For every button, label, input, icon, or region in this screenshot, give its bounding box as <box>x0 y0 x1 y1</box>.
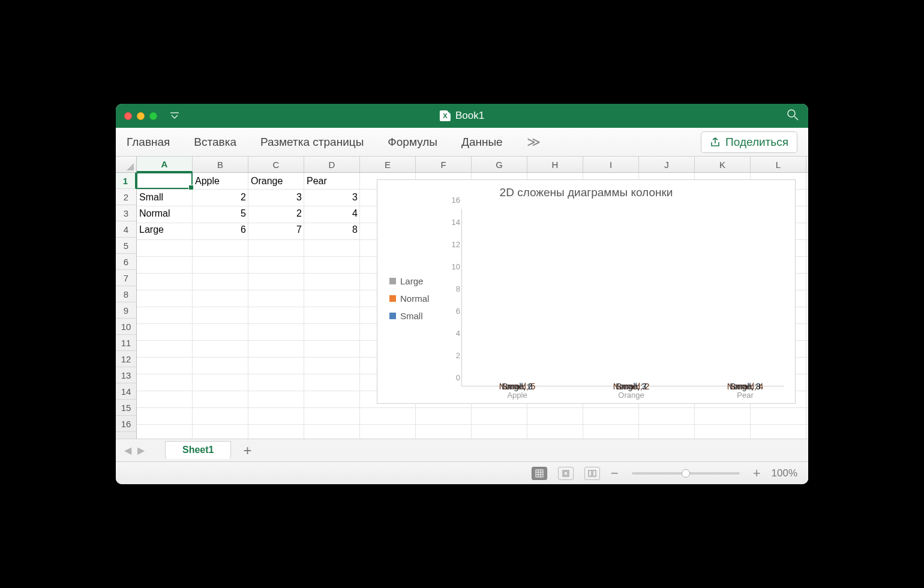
zoom-slider-thumb[interactable] <box>682 469 690 478</box>
document-name: Book1 <box>455 110 484 122</box>
row-header-10[interactable]: 10 <box>116 319 136 335</box>
tab-insert[interactable]: Вставка <box>194 136 236 149</box>
window-traffic-lights <box>124 112 157 120</box>
cell-A3[interactable]: Normal <box>137 205 193 221</box>
tab-home[interactable]: Главная <box>127 136 170 149</box>
col-header-J[interactable]: J <box>639 157 695 172</box>
chart-title: 2D сложены диаграммы колонки <box>377 186 795 199</box>
xlabel-apple: Apple <box>488 391 546 400</box>
sheet-nav-prev[interactable]: ◀ <box>124 445 131 456</box>
row-header-9[interactable]: 9 <box>116 302 136 319</box>
tab-data[interactable]: Данные <box>461 136 503 149</box>
legend-item-large: Large <box>389 276 429 286</box>
row-header-13[interactable]: 13 <box>116 367 136 383</box>
cell-C4[interactable]: 7 <box>248 221 304 238</box>
row-header-7[interactable]: 7 <box>116 270 136 286</box>
cell-B4[interactable]: 6 <box>193 221 248 238</box>
legend-swatch-large <box>389 278 396 284</box>
row-header-5[interactable]: 5 <box>116 238 136 254</box>
view-normal-button[interactable] <box>532 467 547 480</box>
col-header-D[interactable]: D <box>304 157 360 172</box>
row-header-16[interactable]: 16 <box>116 416 136 432</box>
quick-access-toolbar-customize[interactable] <box>170 111 179 121</box>
svg-line-2 <box>794 116 798 120</box>
row-header-1[interactable]: 1 <box>116 173 136 189</box>
chart-bars: Small; 2 Normal; 5 Large; 6 Apple Small;… <box>461 209 784 386</box>
cell-B3[interactable]: 5 <box>193 205 248 221</box>
legend-swatch-normal <box>389 295 396 302</box>
col-header-K[interactable]: K <box>695 157 751 172</box>
col-header-B[interactable]: B <box>193 157 248 172</box>
sheet-nav-next[interactable]: ▶ <box>137 445 145 456</box>
xlabel-pear: Pear <box>716 391 774 400</box>
col-header-L[interactable]: L <box>751 157 806 172</box>
tab-formulas[interactable]: Формулы <box>388 136 437 149</box>
row-header-15[interactable]: 15 <box>116 400 136 416</box>
view-page-layout-button[interactable] <box>558 467 574 480</box>
row-header-8[interactable]: 8 <box>116 286 136 302</box>
cell-C1[interactable]: Orange <box>248 173 304 189</box>
col-header-G[interactable]: G <box>472 157 527 172</box>
row-header-12[interactable]: 12 <box>116 351 136 367</box>
svg-rect-3 <box>536 470 543 477</box>
zoom-in-button[interactable]: + <box>753 466 761 481</box>
selection-outline <box>136 172 193 189</box>
ribbon-overflow-button[interactable]: ≫ <box>527 134 539 150</box>
row-header-14[interactable]: 14 <box>116 383 136 400</box>
cell-B2[interactable]: 2 <box>193 189 248 205</box>
close-window-button[interactable] <box>124 112 132 120</box>
fullscreen-window-button[interactable] <box>149 112 157 120</box>
cell-D3[interactable]: 4 <box>304 205 360 221</box>
svg-point-1 <box>788 110 795 117</box>
col-header-A[interactable]: A <box>137 157 193 172</box>
zoom-slider[interactable] <box>632 472 740 475</box>
xlabel-orange: Orange <box>602 391 660 400</box>
row-header-4[interactable]: 4 <box>116 221 136 238</box>
col-header-F[interactable]: F <box>416 157 472 172</box>
ribbon-tabs: Главная Вставка Разметка страницы Формул… <box>116 128 808 157</box>
cell-A2[interactable]: Small <box>137 189 193 205</box>
view-page-break-button[interactable] <box>584 467 600 480</box>
col-header-H[interactable]: H <box>527 157 583 172</box>
row-header-2[interactable]: 2 <box>116 189 136 205</box>
chart-y-axis: 0 2 4 6 8 10 12 14 16 <box>443 209 460 386</box>
tab-page-layout[interactable]: Разметка страницы <box>260 136 364 149</box>
sheet-tab-sheet1[interactable]: Sheet1 <box>165 441 231 459</box>
row-headers[interactable]: 1 2 3 4 5 6 7 8 9 10 11 12 13 14 15 16 <box>116 173 137 439</box>
cell-A4[interactable]: Large <box>137 221 193 238</box>
sheet-tab-bar: ◀ ▶ Sheet1 + <box>116 439 808 461</box>
share-button[interactable]: Поделиться <box>701 131 797 153</box>
spreadsheet-grid[interactable]: A B C D E F G H I J K L 1 2 3 4 5 6 7 8 … <box>116 157 808 439</box>
cell-C3[interactable]: 2 <box>248 205 304 221</box>
col-header-I[interactable]: I <box>583 157 639 172</box>
col-header-C[interactable]: C <box>248 157 304 172</box>
cell-C2[interactable]: 3 <box>248 189 304 205</box>
status-bar: − + 100% <box>116 461 808 484</box>
chart-plot-area: 0 2 4 6 8 10 12 14 16 Small; 2 Normal; <box>461 209 784 386</box>
svg-rect-11 <box>593 470 596 476</box>
zoom-out-button[interactable]: − <box>611 466 619 481</box>
embedded-chart[interactable]: 2D сложены диаграммы колонки Large Norma… <box>377 179 796 404</box>
cell-D1[interactable]: Pear <box>304 173 360 189</box>
col-header-E[interactable]: E <box>360 157 416 172</box>
minimize-window-button[interactable] <box>137 112 145 120</box>
svg-rect-9 <box>564 472 568 475</box>
search-icon[interactable] <box>787 109 799 123</box>
column-headers[interactable]: A B C D E F G H I J K L <box>137 157 808 173</box>
document-title: X Book1 <box>440 110 484 122</box>
zoom-percent[interactable]: 100% <box>772 467 797 479</box>
excel-window: X Book1 Главная Вставка Разметка страниц… <box>116 104 808 484</box>
row-header-6[interactable]: 6 <box>116 254 136 270</box>
legend-item-small: Small <box>389 311 429 321</box>
row-header-11[interactable]: 11 <box>116 335 136 351</box>
cell-D2[interactable]: 3 <box>304 189 360 205</box>
cell-B1[interactable]: Apple <box>193 173 248 189</box>
add-sheet-button[interactable]: + <box>243 442 251 459</box>
cell-D4[interactable]: 8 <box>304 221 360 238</box>
share-button-label: Поделиться <box>725 136 788 149</box>
row-header-3[interactable]: 3 <box>116 205 136 221</box>
legend-swatch-small <box>389 313 396 319</box>
excel-app-icon: X <box>440 110 451 121</box>
svg-rect-10 <box>589 470 592 476</box>
select-all-corner[interactable] <box>116 157 137 173</box>
